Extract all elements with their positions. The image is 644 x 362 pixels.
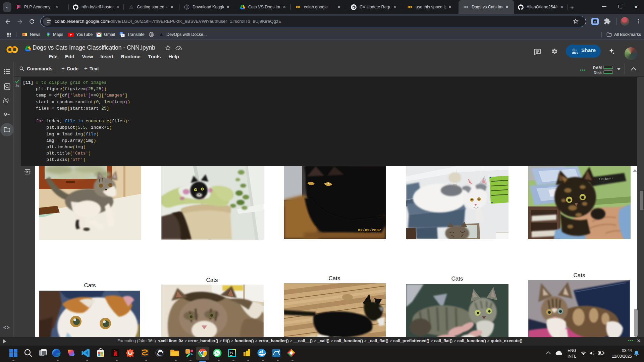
svg-text:PC: PC xyxy=(230,351,233,355)
svg-text:02/03/2007: 02/03/2007 xyxy=(358,228,381,232)
